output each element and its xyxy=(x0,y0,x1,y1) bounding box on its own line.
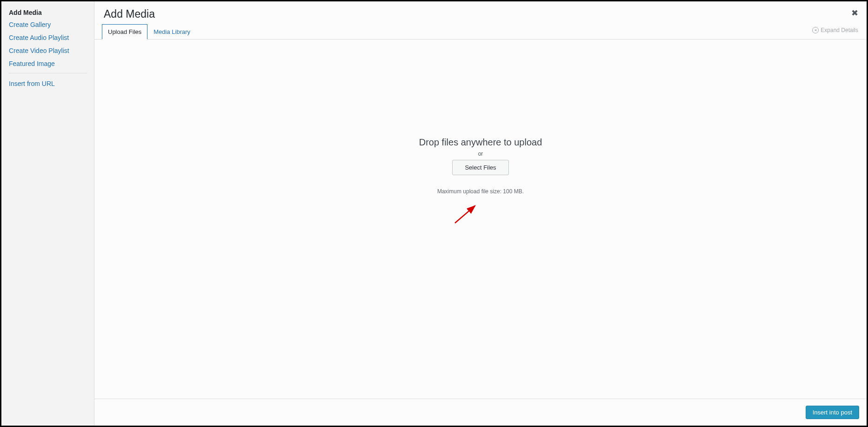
header: Add Media ✖ xyxy=(94,1,867,24)
expand-details: ◂ Expand Details xyxy=(812,27,858,33)
page-title: Add Media xyxy=(104,8,857,20)
tabs-row: Upload Files Media Library ◂ Expand Deta… xyxy=(94,24,867,39)
select-files-button[interactable]: Select Files xyxy=(452,160,508,175)
svg-line-0 xyxy=(455,206,475,223)
tab-media-library[interactable]: Media Library xyxy=(147,24,196,39)
expand-icon: ◂ xyxy=(812,27,819,33)
footer: Insert into post xyxy=(94,399,867,426)
annotation-arrow xyxy=(453,202,481,227)
drop-label: Drop files anywhere to upload xyxy=(419,137,542,148)
sidebar-title: Add Media xyxy=(9,9,87,16)
sidebar-divider xyxy=(9,73,87,73)
sidebar-item-create-video-playlist[interactable]: Create Video Playlist xyxy=(9,47,87,54)
close-button[interactable]: ✖ xyxy=(851,8,858,18)
tab-upload-files[interactable]: Upload Files xyxy=(102,24,147,39)
sidebar-item-create-audio-playlist[interactable]: Create Audio Playlist xyxy=(9,34,87,41)
main: Add Media ✖ Upload Files Media Library ◂… xyxy=(94,1,867,426)
upload-area[interactable]: Drop files anywhere to upload or Select … xyxy=(94,39,867,399)
sidebar-item-featured-image[interactable]: Featured Image xyxy=(9,60,87,67)
sidebar: Add Media Create Gallery Create Audio Pl… xyxy=(1,1,94,426)
media-modal: Add Media Create Gallery Create Audio Pl… xyxy=(0,0,868,427)
expand-details-label: Expand Details xyxy=(821,27,858,33)
sidebar-item-insert-from-url[interactable]: Insert from URL xyxy=(9,80,87,87)
insert-into-post-button[interactable]: Insert into post xyxy=(806,406,859,419)
max-upload-label: Maximum upload file size: 100 MB. xyxy=(437,188,524,195)
close-icon: ✖ xyxy=(851,8,858,18)
sidebar-item-create-gallery[interactable]: Create Gallery xyxy=(9,21,87,28)
or-label: or xyxy=(478,151,483,157)
